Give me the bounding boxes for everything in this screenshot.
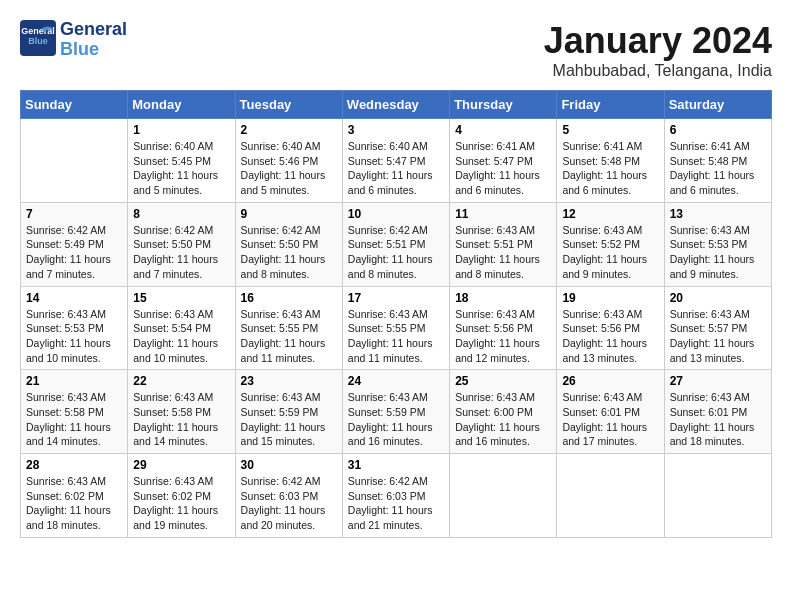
day-info: Sunrise: 6:42 AM Sunset: 6:03 PM Dayligh… [348, 474, 444, 533]
weekday-header-wednesday: Wednesday [342, 91, 449, 119]
calendar-cell: 11Sunrise: 6:43 AM Sunset: 5:51 PM Dayli… [450, 202, 557, 286]
week-row-1: 1Sunrise: 6:40 AM Sunset: 5:45 PM Daylig… [21, 119, 772, 203]
day-number: 19 [562, 291, 658, 305]
day-number: 28 [26, 458, 122, 472]
day-number: 18 [455, 291, 551, 305]
weekday-header-saturday: Saturday [664, 91, 771, 119]
page-header: General Blue General Blue January 2024 M… [20, 20, 772, 80]
calendar-cell: 12Sunrise: 6:43 AM Sunset: 5:52 PM Dayli… [557, 202, 664, 286]
calendar-cell: 10Sunrise: 6:42 AM Sunset: 5:51 PM Dayli… [342, 202, 449, 286]
day-number: 8 [133, 207, 229, 221]
day-number: 22 [133, 374, 229, 388]
day-info: Sunrise: 6:43 AM Sunset: 5:56 PM Dayligh… [562, 307, 658, 366]
day-number: 11 [455, 207, 551, 221]
day-number: 26 [562, 374, 658, 388]
day-info: Sunrise: 6:42 AM Sunset: 5:50 PM Dayligh… [133, 223, 229, 282]
calendar-cell: 1Sunrise: 6:40 AM Sunset: 5:45 PM Daylig… [128, 119, 235, 203]
day-number: 1 [133, 123, 229, 137]
weekday-header-friday: Friday [557, 91, 664, 119]
day-info: Sunrise: 6:41 AM Sunset: 5:48 PM Dayligh… [562, 139, 658, 198]
day-number: 29 [133, 458, 229, 472]
calendar-cell [664, 454, 771, 538]
day-info: Sunrise: 6:42 AM Sunset: 5:51 PM Dayligh… [348, 223, 444, 282]
day-number: 31 [348, 458, 444, 472]
day-info: Sunrise: 6:43 AM Sunset: 5:56 PM Dayligh… [455, 307, 551, 366]
day-info: Sunrise: 6:43 AM Sunset: 6:01 PM Dayligh… [670, 390, 766, 449]
logo-general: General [60, 20, 127, 40]
day-info: Sunrise: 6:42 AM Sunset: 5:50 PM Dayligh… [241, 223, 337, 282]
day-number: 9 [241, 207, 337, 221]
day-number: 21 [26, 374, 122, 388]
calendar-cell [21, 119, 128, 203]
day-info: Sunrise: 6:43 AM Sunset: 5:52 PM Dayligh… [562, 223, 658, 282]
calendar-cell: 28Sunrise: 6:43 AM Sunset: 6:02 PM Dayli… [21, 454, 128, 538]
day-info: Sunrise: 6:43 AM Sunset: 6:00 PM Dayligh… [455, 390, 551, 449]
week-row-4: 21Sunrise: 6:43 AM Sunset: 5:58 PM Dayli… [21, 370, 772, 454]
day-number: 14 [26, 291, 122, 305]
calendar-cell: 6Sunrise: 6:41 AM Sunset: 5:48 PM Daylig… [664, 119, 771, 203]
calendar-cell: 20Sunrise: 6:43 AM Sunset: 5:57 PM Dayli… [664, 286, 771, 370]
calendar-cell: 2Sunrise: 6:40 AM Sunset: 5:46 PM Daylig… [235, 119, 342, 203]
day-number: 23 [241, 374, 337, 388]
day-number: 20 [670, 291, 766, 305]
day-number: 15 [133, 291, 229, 305]
calendar-cell: 23Sunrise: 6:43 AM Sunset: 5:59 PM Dayli… [235, 370, 342, 454]
calendar-cell: 29Sunrise: 6:43 AM Sunset: 6:02 PM Dayli… [128, 454, 235, 538]
day-info: Sunrise: 6:43 AM Sunset: 5:59 PM Dayligh… [348, 390, 444, 449]
calendar-title: January 2024 [544, 20, 772, 62]
day-number: 13 [670, 207, 766, 221]
day-info: Sunrise: 6:40 AM Sunset: 5:47 PM Dayligh… [348, 139, 444, 198]
weekday-header-sunday: Sunday [21, 91, 128, 119]
calendar-cell: 15Sunrise: 6:43 AM Sunset: 5:54 PM Dayli… [128, 286, 235, 370]
day-info: Sunrise: 6:43 AM Sunset: 5:53 PM Dayligh… [26, 307, 122, 366]
calendar-cell: 5Sunrise: 6:41 AM Sunset: 5:48 PM Daylig… [557, 119, 664, 203]
title-block: January 2024 Mahbubabad, Telangana, Indi… [544, 20, 772, 80]
day-info: Sunrise: 6:40 AM Sunset: 5:45 PM Dayligh… [133, 139, 229, 198]
calendar-cell: 30Sunrise: 6:42 AM Sunset: 6:03 PM Dayli… [235, 454, 342, 538]
week-row-3: 14Sunrise: 6:43 AM Sunset: 5:53 PM Dayli… [21, 286, 772, 370]
day-number: 2 [241, 123, 337, 137]
day-info: Sunrise: 6:43 AM Sunset: 5:59 PM Dayligh… [241, 390, 337, 449]
day-info: Sunrise: 6:43 AM Sunset: 5:57 PM Dayligh… [670, 307, 766, 366]
logo-icon: General Blue [20, 20, 56, 56]
calendar-subtitle: Mahbubabad, Telangana, India [544, 62, 772, 80]
day-info: Sunrise: 6:43 AM Sunset: 5:51 PM Dayligh… [455, 223, 551, 282]
day-number: 3 [348, 123, 444, 137]
logo: General Blue General Blue [20, 20, 127, 60]
day-info: Sunrise: 6:43 AM Sunset: 5:55 PM Dayligh… [241, 307, 337, 366]
day-number: 16 [241, 291, 337, 305]
calendar-cell: 24Sunrise: 6:43 AM Sunset: 5:59 PM Dayli… [342, 370, 449, 454]
day-info: Sunrise: 6:40 AM Sunset: 5:46 PM Dayligh… [241, 139, 337, 198]
week-row-5: 28Sunrise: 6:43 AM Sunset: 6:02 PM Dayli… [21, 454, 772, 538]
calendar-cell: 13Sunrise: 6:43 AM Sunset: 5:53 PM Dayli… [664, 202, 771, 286]
day-info: Sunrise: 6:43 AM Sunset: 5:58 PM Dayligh… [26, 390, 122, 449]
weekday-header-tuesday: Tuesday [235, 91, 342, 119]
day-number: 6 [670, 123, 766, 137]
calendar-cell: 14Sunrise: 6:43 AM Sunset: 5:53 PM Dayli… [21, 286, 128, 370]
calendar-cell: 19Sunrise: 6:43 AM Sunset: 5:56 PM Dayli… [557, 286, 664, 370]
calendar-cell: 31Sunrise: 6:42 AM Sunset: 6:03 PM Dayli… [342, 454, 449, 538]
svg-text:Blue: Blue [28, 36, 48, 46]
day-info: Sunrise: 6:43 AM Sunset: 5:58 PM Dayligh… [133, 390, 229, 449]
calendar-cell: 3Sunrise: 6:40 AM Sunset: 5:47 PM Daylig… [342, 119, 449, 203]
day-info: Sunrise: 6:43 AM Sunset: 5:54 PM Dayligh… [133, 307, 229, 366]
day-number: 7 [26, 207, 122, 221]
day-number: 30 [241, 458, 337, 472]
calendar-cell: 7Sunrise: 6:42 AM Sunset: 5:49 PM Daylig… [21, 202, 128, 286]
day-info: Sunrise: 6:43 AM Sunset: 6:01 PM Dayligh… [562, 390, 658, 449]
calendar-cell: 4Sunrise: 6:41 AM Sunset: 5:47 PM Daylig… [450, 119, 557, 203]
calendar-cell: 21Sunrise: 6:43 AM Sunset: 5:58 PM Dayli… [21, 370, 128, 454]
calendar-table: SundayMondayTuesdayWednesdayThursdayFrid… [20, 90, 772, 538]
calendar-cell: 9Sunrise: 6:42 AM Sunset: 5:50 PM Daylig… [235, 202, 342, 286]
day-info: Sunrise: 6:43 AM Sunset: 6:02 PM Dayligh… [26, 474, 122, 533]
calendar-cell: 8Sunrise: 6:42 AM Sunset: 5:50 PM Daylig… [128, 202, 235, 286]
day-info: Sunrise: 6:41 AM Sunset: 5:47 PM Dayligh… [455, 139, 551, 198]
day-info: Sunrise: 6:41 AM Sunset: 5:48 PM Dayligh… [670, 139, 766, 198]
day-number: 5 [562, 123, 658, 137]
calendar-cell [450, 454, 557, 538]
calendar-cell: 27Sunrise: 6:43 AM Sunset: 6:01 PM Dayli… [664, 370, 771, 454]
weekday-header-row: SundayMondayTuesdayWednesdayThursdayFrid… [21, 91, 772, 119]
day-number: 4 [455, 123, 551, 137]
week-row-2: 7Sunrise: 6:42 AM Sunset: 5:49 PM Daylig… [21, 202, 772, 286]
day-info: Sunrise: 6:43 AM Sunset: 5:53 PM Dayligh… [670, 223, 766, 282]
